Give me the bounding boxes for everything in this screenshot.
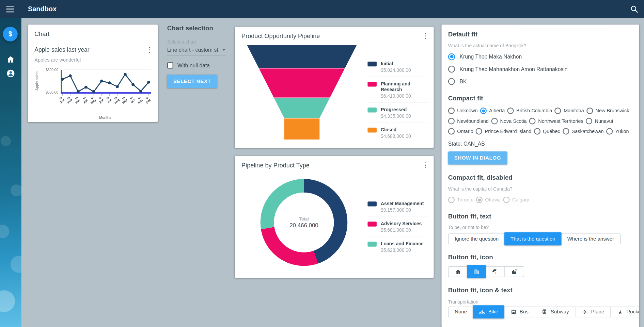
radio-option[interactable]: BK: [448, 77, 632, 85]
sidebar-item-profile[interactable]: [6, 69, 15, 78]
legend-name: Initial: [381, 61, 411, 66]
svg-text:inSep: inSep: [119, 96, 128, 104]
button-fit-text-heading: Button fit, text: [448, 212, 632, 220]
donut-chart[interactable]: Total 20,466,000: [261, 179, 348, 266]
radio-icon: [476, 197, 483, 203]
radio-icon: [448, 53, 455, 60]
radio-option[interactable]: Krung Thep Maka Nakhon: [448, 52, 632, 61]
legend-name: Asset Management: [381, 201, 424, 207]
legend-item[interactable]: Asset Management $9,157,000.00: [367, 197, 428, 217]
radio-option[interactable]: Northwest Territories: [529, 118, 583, 124]
segmented-button-label: Rocket: [626, 309, 639, 315]
donut-center: Total 20,466,000: [274, 193, 334, 252]
segmented-button[interactable]: That is the question: [504, 232, 562, 246]
chart-card-section-title: Chart: [34, 30, 49, 37]
svg-text:$500.00: $500.00: [46, 91, 58, 94]
segmented-button[interactable]: Subway: [535, 307, 575, 317]
dollar-icon: $: [9, 30, 12, 38]
legend-item[interactable]: Planning and Research $6,419,000.00: [367, 77, 428, 103]
plane-icon: ✈: [582, 309, 588, 315]
radio-option[interactable]: Prince Edward Island: [476, 128, 531, 134]
legend-item[interactable]: Advisory Services $5,681,000.00: [367, 217, 428, 237]
radio-option[interactable]: New Brunswick: [586, 108, 629, 114]
segmented-button[interactable]: ☂: [485, 267, 504, 277]
show-in-dialog-button[interactable]: SHOW IN DIALOG: [448, 151, 507, 165]
segmented-button[interactable]: ✈ Plane: [575, 307, 611, 317]
legend-item[interactable]: Initial $5,024,000.00: [367, 57, 428, 77]
funnel-chart[interactable]: [241, 42, 373, 144]
radio-option[interactable]: Saskatchewan: [563, 128, 604, 134]
apple-sales-chart[interactable]: inJaninFebinMarinAprinMayinJuninJulinAug…: [34, 66, 151, 120]
radio-option[interactable]: Unknown: [448, 108, 478, 114]
radio-option-label: Newfoundland: [457, 118, 489, 124]
radio-option[interactable]: Manitoba: [555, 108, 584, 114]
with-null-data-label: With null data: [177, 62, 210, 68]
radio-option-label: Krung Thep Mahanakhon Amon Rattanakosin: [460, 66, 568, 72]
segmented-button[interactable]: [467, 265, 486, 278]
radio-icon: [606, 128, 613, 134]
radio-option[interactable]: Alberta: [480, 108, 505, 114]
to-be-question: To be, or not to be?: [448, 225, 632, 230]
legend-name: Closed: [381, 127, 411, 133]
radio-icon: [480, 108, 487, 114]
chart-selection-panel: Chart selection Select a chart Line char…: [167, 24, 235, 94]
segmented-button[interactable]: None: [449, 307, 473, 317]
radio-icon: [534, 128, 540, 134]
with-null-data-checkbox-row[interactable]: With null data: [167, 62, 235, 68]
segmented-button[interactable]: Ignore the question: [449, 234, 505, 244]
radio-option[interactable]: Newfoundland: [448, 118, 489, 124]
legend-value: $5,628,000.00: [381, 247, 424, 253]
compact-fit-heading: Compact fit: [448, 94, 632, 102]
radio-option[interactable]: Yukon: [606, 128, 629, 134]
transportation-button-group: None Bike Bus Subway ✈ Plane ★ Rocket: [448, 307, 639, 317]
more-options-button[interactable]: ⋮: [421, 161, 429, 170]
segmented-button[interactable]: Bus: [504, 307, 535, 317]
radio-icon: [448, 128, 455, 134]
legend-name: Advisory Services: [381, 221, 422, 227]
radio-option-label: Ottawa: [485, 197, 501, 203]
segmented-button-label: Plane: [591, 309, 604, 315]
segmented-button-label: Bike: [488, 309, 498, 315]
legend-swatch: [367, 108, 377, 112]
segmented-button[interactable]: Where is the answer: [561, 234, 621, 244]
home-icon: [455, 268, 461, 275]
icon-button-group: ☂: [448, 266, 524, 277]
legend-item[interactable]: Closed $4,688,000.00: [367, 123, 428, 143]
funnel-chart-title: Product Opportunity Pipeline: [241, 32, 320, 39]
radio-option[interactable]: Québec: [534, 128, 560, 134]
radio-option[interactable]: Krung Thep Mahanakhon Amon Rattanakosin: [448, 65, 632, 73]
svg-text:inFeb: inFeb: [64, 96, 73, 104]
select-next-button[interactable]: SELECT NEXT: [167, 75, 217, 88]
radio-icon: [448, 108, 455, 114]
radio-option-label: BK: [460, 78, 467, 84]
menu-button[interactable]: [6, 6, 14, 12]
svg-text:inOct: inOct: [127, 96, 136, 104]
segmented-button[interactable]: Bike: [473, 305, 504, 318]
legend-item[interactable]: Progressed $4,335,000.00: [367, 102, 428, 122]
radio-option[interactable]: Nunavut: [586, 118, 613, 124]
sidebar-item-money[interactable]: $: [3, 27, 17, 41]
radio-option[interactable]: Nova Scotia: [491, 118, 527, 124]
radio-option-label: Krung Thep Maka Nakhon: [460, 53, 522, 60]
legend-item[interactable]: Loans and Finance $5,628,000.00: [367, 237, 428, 257]
chart-select-dropdown[interactable]: Line chart - custom st...: [167, 47, 225, 55]
legend-name: Loans and Finance: [381, 241, 424, 247]
default-fit-heading: Default fit: [448, 30, 632, 38]
search-button[interactable]: [630, 4, 639, 14]
app-title: Sandbox: [28, 5, 57, 13]
segmented-button-label: None: [455, 309, 467, 315]
more-options-button[interactable]: ⋮: [421, 32, 429, 41]
more-options-button[interactable]: ⋮: [145, 46, 154, 55]
chevron-down-icon: [222, 49, 225, 51]
radio-icon: [586, 118, 592, 124]
svg-text:inApr: inApr: [80, 96, 89, 104]
app-viewport: $ Sandbox Chart Apple sales last year ⋮: [0, 0, 644, 327]
segmented-button[interactable]: ★ Rocket: [610, 307, 639, 317]
umbrella-icon: ☂: [492, 268, 498, 275]
radio-option[interactable]: Ontario: [448, 128, 473, 134]
segmented-button[interactable]: [504, 267, 524, 277]
radio-option[interactable]: British Columbia: [507, 108, 552, 114]
chart-select-value: Line chart - custom st...: [167, 47, 220, 53]
sidebar-item-home[interactable]: [6, 55, 15, 64]
segmented-button[interactable]: [449, 267, 467, 277]
